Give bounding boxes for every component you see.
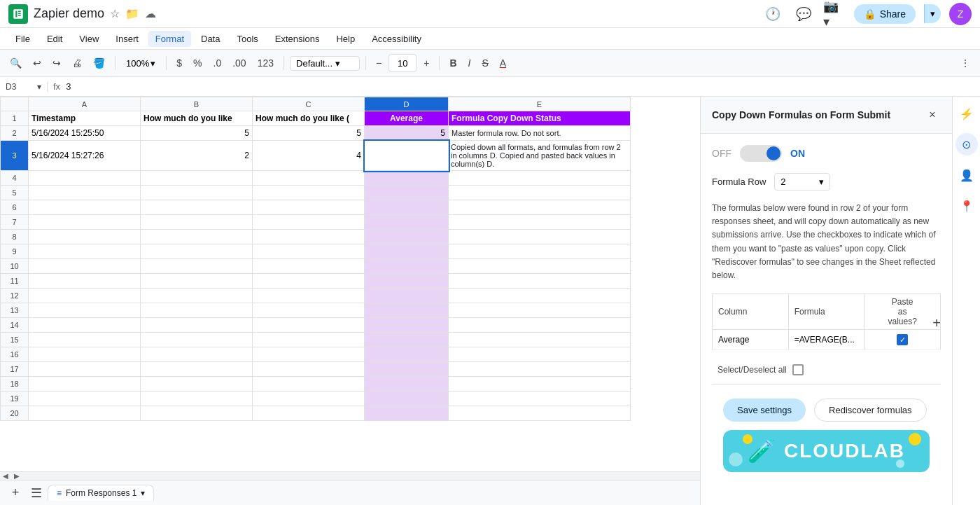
sidebar-calendar-icon[interactable]: 📍 [955,195,978,217]
sheet-tab-form-responses[interactable]: ≡ Form Responses 1 ▾ [48,485,154,501]
table-row: 12 [1,289,631,303]
cell-a1[interactable]: Timestamp [29,111,141,126]
save-settings-btn[interactable]: Save settings [723,399,806,422]
checkbox-average[interactable]: ✓ [897,334,908,345]
video-icon[interactable]: 📷 ▾ [823,3,846,25]
cell-c3[interactable]: 4 [253,141,365,171]
sheet-grid[interactable]: A B C D E 1 Timestamp How much do you li… [0,97,700,471]
menu-format[interactable]: Format [148,31,191,47]
table-row: 14 [1,318,631,333]
italic-btn[interactable]: I [464,55,475,71]
sidebar-active-icon[interactable]: ⊙ [955,133,978,155]
row-header-7: 7 [1,215,29,230]
row-header-3: 3 [1,141,29,171]
col-header-c[interactable]: C [253,97,365,111]
table-row: 7 [1,215,631,230]
comment-icon[interactable]: 💬 [792,3,815,25]
font-size-box[interactable]: 10 [388,54,416,72]
menu-accessibility[interactable]: Accessibility [365,31,428,47]
row-header-8: 8 [1,230,29,244]
menu-tools[interactable]: Tools [230,31,265,47]
scroll-right-arrow[interactable]: ▶ [11,472,22,480]
font-size-plus-btn[interactable]: + [419,55,433,71]
col-header-b[interactable]: B [141,97,253,111]
more-options-btn[interactable]: ⋮ [956,55,974,71]
add-formula-btn[interactable]: + [927,313,946,333]
menu-insert[interactable]: Insert [108,31,146,47]
cloud-icon: ☁ [145,7,156,20]
main-area: A B C D E 1 Timestamp How much do you li… [0,97,980,505]
scroll-left-arrow[interactable]: ◀ [0,472,11,480]
menu-view[interactable]: View [72,31,106,47]
rediscover-formulas-btn[interactable]: Rediscover formulas [814,399,927,422]
sidebar-extensions-icon[interactable]: ⚡ [955,102,978,125]
zoom-selector[interactable]: 100% ▾ [121,56,160,71]
format123-btn[interactable]: 123 [253,55,278,71]
font-size-minus-btn[interactable]: − [372,55,386,71]
select-all-checkbox[interactable] [792,364,804,375]
cell-a4[interactable] [29,171,141,186]
cell-reference[interactable]: D3 ▾ [6,82,48,92]
share-button[interactable]: 🔒 Share [854,4,916,24]
toolbar-sep-3 [284,56,284,70]
panel-description: The formulas below were found in row 2 o… [712,202,941,282]
undo-btn[interactable]: ↩ [29,55,46,71]
strikethrough-btn[interactable]: S [477,55,492,71]
sidebar-tasks-icon[interactable]: 👤 [955,164,978,186]
cell-a2[interactable]: 5/16/2024 15:25:50 [29,126,141,141]
decimal-up-btn[interactable]: .00 [228,55,250,71]
bold-btn[interactable]: B [445,55,461,71]
row-header-9: 9 [1,244,29,259]
cell-e3[interactable]: Copied down all formats, and formulas fr… [449,141,631,171]
add-sheet-btn[interactable]: + [6,483,25,503]
cell-e1[interactable]: Formula Copy Down Status [449,111,631,126]
toggle-off-label: OFF [712,148,732,159]
formula-bar: D3 ▾ fx 3 [0,77,980,97]
paint-btn[interactable]: 🪣 [89,55,109,71]
folder-icon[interactable]: 📁 [125,7,139,20]
sheet-menu-btn[interactable]: ☰ [31,485,42,501]
percent-btn[interactable]: % [189,55,206,71]
col-header-e[interactable]: E [449,97,631,111]
currency-btn[interactable]: $ [172,55,186,71]
search-btn[interactable]: 🔍 [6,55,26,71]
menu-extensions[interactable]: Extensions [268,31,327,47]
formula-row-input[interactable]: 2 ▾ [774,173,830,191]
panel-divider [712,384,941,385]
formula-value-average: =AVERAGE(B... [788,330,864,350]
cell-b1[interactable]: How much do you like [141,111,253,126]
font-family-selector[interactable]: Default... ▾ [290,56,360,71]
menu-edit[interactable]: Edit [40,31,69,47]
toggle-switch[interactable] [740,145,782,162]
col-header-a[interactable]: A [29,97,141,111]
formula-check-average[interactable]: ✓ [864,330,941,350]
menu-help[interactable]: Help [329,31,362,47]
print-btn[interactable]: 🖨 [68,55,86,71]
cell-d1[interactable]: Average [365,111,449,126]
cell-c1[interactable]: How much do you like ( [253,111,365,126]
cloudlab-banner[interactable]: 🧪 CLOUDLAB [723,430,930,472]
panel-close-btn[interactable]: × [924,106,941,123]
cell-c2[interactable]: 5 [253,126,365,141]
cell-a3[interactable]: 5/16/2024 15:27:26 [29,141,141,171]
panel-header: Copy Down Formulas on Form Submit × [701,97,952,134]
share-caret[interactable]: ▾ [924,4,941,23]
star-icon[interactable]: ☆ [110,7,120,20]
col-header-d[interactable]: D [365,97,449,111]
cell-d3[interactable] [365,141,449,171]
menu-file[interactable]: File [8,31,37,47]
cell-b2[interactable]: 5 [141,126,253,141]
history-icon[interactable]: 🕐 [762,3,784,25]
text-color-btn[interactable]: A [496,55,510,71]
bubble-3 [909,433,921,445]
cell-b3[interactable]: 2 [141,141,253,171]
table-row: 11 [1,274,631,289]
redo-btn[interactable]: ↪ [48,55,65,71]
title-icons: ☆ 📁 ☁ [110,7,156,20]
menu-data[interactable]: Data [194,31,227,47]
decimal-down-btn[interactable]: .0 [209,55,226,71]
tab-bar: + ☰ ≡ Form Responses 1 ▾ [0,480,700,505]
cell-ref-caret: ▾ [37,82,41,92]
cell-e2[interactable]: Master formula row. Do not sort. [449,126,631,141]
cell-d2[interactable]: 5 [365,126,449,141]
